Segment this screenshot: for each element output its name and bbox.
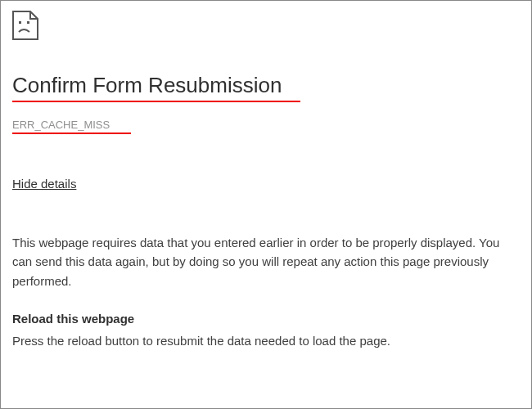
page-title: Confirm Form Resubmission	[12, 73, 282, 100]
svg-rect-0	[19, 21, 21, 24]
svg-rect-1	[27, 21, 29, 24]
toggle-details-link[interactable]: Hide details	[12, 177, 76, 191]
title-underline	[12, 101, 300, 102]
error-description: This webpage requires data that you ente…	[12, 233, 520, 290]
reload-heading: Reload this webpage	[12, 312, 520, 326]
reload-instruction: Press the reload button to resubmit the …	[12, 332, 520, 349]
error-code-underline	[12, 133, 131, 134]
sad-page-icon	[12, 11, 38, 40]
error-code: ERR_CACHE_MISS	[12, 119, 110, 131]
